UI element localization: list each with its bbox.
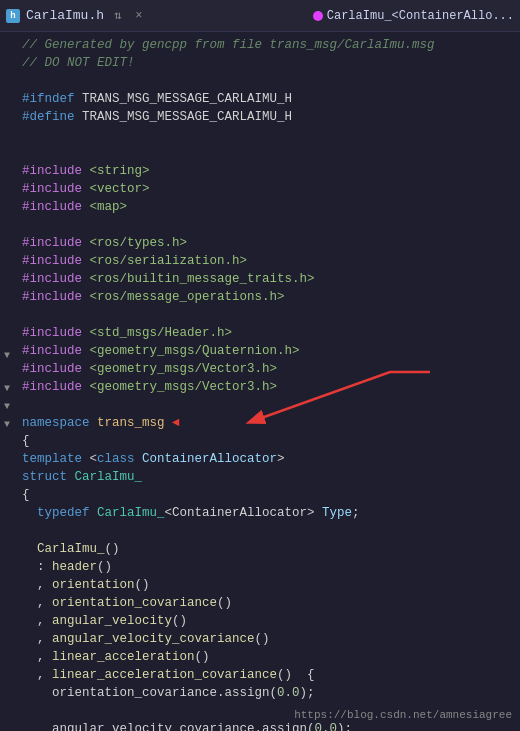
code-line: orientation_covariance.assign(0.0); [22, 684, 520, 702]
tab[interactable]: h CarlaImu.h ⇅ × [6, 8, 142, 23]
code-line: , angular_velocity() [22, 612, 520, 630]
token: typedef [22, 506, 90, 520]
token: () [172, 614, 187, 628]
code-line: #include <ros/types.h> [22, 234, 520, 252]
gutter-line-26[interactable]: ▼ [4, 416, 10, 434]
token: linear_acceleration [52, 650, 195, 664]
token: trans_msg [97, 416, 165, 430]
token: <ros/message_operations.h> [90, 290, 285, 304]
token: class [97, 452, 135, 466]
token: TRANS_MSG_MESSAGE_CARLAIMU_H [75, 110, 293, 124]
token [22, 542, 37, 556]
gutter-line-24[interactable]: ▼ [4, 380, 10, 398]
gutter-line-25[interactable]: ▼ [4, 398, 10, 416]
code-line: #include <vector> [22, 180, 520, 198]
code-line: #include <ros/serialization.h> [22, 252, 520, 270]
token: #include [22, 164, 82, 178]
watermark: https://blog.csdn.net/amnesiagree [294, 709, 512, 721]
token: template [22, 452, 82, 466]
token: #include [22, 380, 82, 394]
code-line [22, 216, 520, 234]
token: , [22, 650, 52, 664]
code-line: , orientation() [22, 576, 520, 594]
token: header [52, 560, 97, 574]
token: , [22, 578, 52, 592]
tab-arrows[interactable]: ⇅ [114, 8, 121, 23]
token: ; [352, 506, 360, 520]
token: CarlaImu_ [97, 506, 165, 520]
token [82, 290, 90, 304]
code-line: #include <geometry_msgs/Quaternion.h> [22, 342, 520, 360]
code-line [22, 144, 520, 162]
token [82, 362, 90, 376]
token: <vector> [90, 182, 150, 196]
token: // Generated by gencpp from file trans_m… [22, 38, 435, 52]
code-line: #include <string> [22, 162, 520, 180]
token [165, 416, 173, 430]
code-line: typedef CarlaImu_<ContainerAllocator> Ty… [22, 504, 520, 522]
token: Type [322, 506, 352, 520]
token [82, 182, 90, 196]
code-line: #include <map> [22, 198, 520, 216]
token: ◄ [172, 416, 180, 430]
token: <ros/types.h> [90, 236, 188, 250]
token: : [22, 560, 52, 574]
code-line: , linear_acceleration() [22, 648, 520, 666]
code-line: #define TRANS_MSG_MESSAGE_CARLAIMU_H [22, 108, 520, 126]
code-line: #include <ros/builtin_message_traits.h> [22, 270, 520, 288]
tab-close-button[interactable]: × [135, 9, 142, 23]
tab-label: CarlaImu.h [26, 8, 104, 23]
token [82, 272, 90, 286]
token [67, 470, 75, 484]
token: #include [22, 254, 82, 268]
code-line: namespace trans_msg ◄ [22, 414, 520, 432]
token [82, 380, 90, 394]
token: <geometry_msgs/Vector3.h> [90, 380, 278, 394]
token: angular_velocity_covariance [52, 632, 255, 646]
token: , [22, 614, 52, 628]
token: CarlaImu_ [37, 542, 105, 556]
token: TRANS_MSG_MESSAGE_CARLAIMU_H [75, 92, 293, 106]
code-line [22, 72, 520, 90]
token: #include [22, 362, 82, 376]
code-line: { [22, 432, 520, 450]
token: () [255, 632, 270, 646]
token: () [195, 650, 210, 664]
token: // DO NOT EDIT! [22, 56, 135, 70]
token: namespace [22, 416, 90, 430]
token: #ifndef [22, 92, 75, 106]
token: #define [22, 110, 75, 124]
token: 0.0 [277, 686, 300, 700]
token: #include [22, 326, 82, 340]
token: () [135, 578, 150, 592]
token: orientation [52, 578, 135, 592]
token: , [22, 632, 52, 646]
code-line: { [22, 486, 520, 504]
code-content[interactable]: // Generated by gencpp from file trans_m… [14, 32, 520, 731]
token: 0.0 [315, 722, 338, 731]
token [90, 506, 98, 520]
token: angular_velocity_covariance.assign( [22, 722, 315, 731]
token [90, 416, 98, 430]
token: orientation_covariance [52, 596, 217, 610]
token: #include [22, 290, 82, 304]
token: { [22, 488, 30, 502]
code-line: // Generated by gencpp from file trans_m… [22, 36, 520, 54]
token: <ContainerAllocator> [165, 506, 323, 520]
code-line: #include <geometry_msgs/Vector3.h> [22, 360, 520, 378]
token: ContainerAllocator [135, 452, 278, 466]
token: <ros/serialization.h> [90, 254, 248, 268]
code-line: , angular_velocity_covariance() [22, 630, 520, 648]
breadcrumb-dot-icon [313, 11, 323, 21]
code-line: struct CarlaImu_ [22, 468, 520, 486]
code-line [22, 306, 520, 324]
token: struct [22, 470, 67, 484]
token: <std_msgs/Header.h> [90, 326, 233, 340]
token: > [277, 452, 285, 466]
code-line: #include <ros/message_operations.h> [22, 288, 520, 306]
gutter-line-22[interactable]: ▼ [4, 347, 10, 365]
token: #include [22, 182, 82, 196]
token: orientation_covariance.assign( [22, 686, 277, 700]
code-line: template <class ContainerAllocator> [22, 450, 520, 468]
token [82, 344, 90, 358]
